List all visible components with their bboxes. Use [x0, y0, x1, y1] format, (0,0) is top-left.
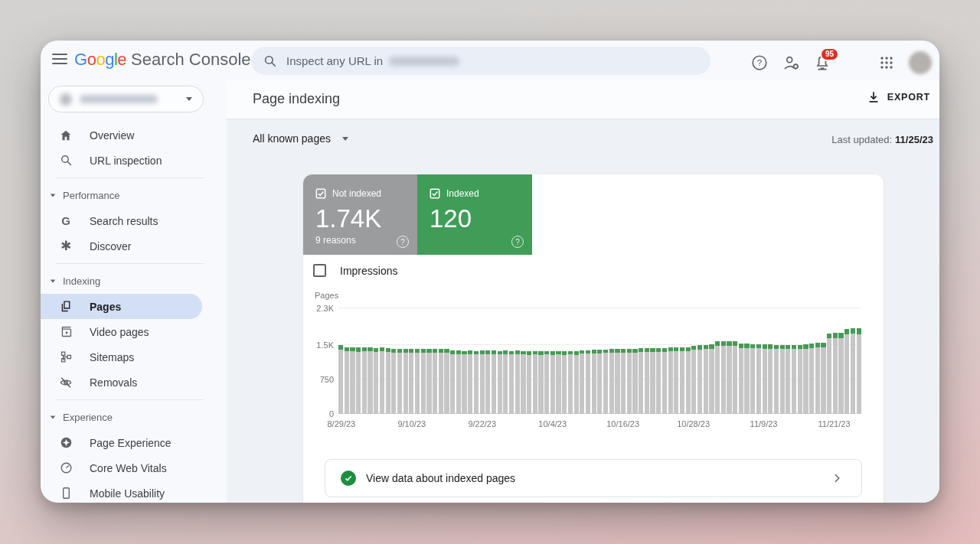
chart-bar[interactable]: [391, 349, 396, 414]
manage-users-icon[interactable]: [782, 54, 800, 72]
chart-bar[interactable]: [498, 351, 502, 415]
chart-bar[interactable]: [380, 347, 384, 414]
chart-bar[interactable]: [645, 348, 649, 414]
section-performance[interactable]: Performance: [41, 183, 227, 208]
chart-bar[interactable]: [650, 348, 655, 414]
chart-bar[interactable]: [727, 341, 731, 414]
chart-bar[interactable]: [386, 348, 390, 414]
chart-bar[interactable]: [462, 351, 466, 415]
chart-bar[interactable]: [709, 344, 714, 414]
url-inspect-search-input[interactable]: Inspect any URL in: [251, 47, 710, 75]
chart-bar[interactable]: [639, 348, 643, 414]
chart-bar[interactable]: [715, 341, 720, 414]
chart-bar[interactable]: [562, 351, 567, 414]
avatar[interactable]: [909, 51, 932, 74]
help-icon[interactable]: ?: [750, 54, 769, 72]
section-experience[interactable]: Experience: [41, 405, 227, 430]
notifications-bell-icon[interactable]: 95: [813, 54, 831, 72]
chart-bar[interactable]: [803, 344, 808, 414]
chart-bar[interactable]: [662, 348, 667, 414]
chart-bar[interactable]: [368, 347, 372, 414]
chart-bar[interactable]: [838, 333, 843, 414]
property-selector[interactable]: [48, 86, 204, 112]
chart-bar[interactable]: [521, 351, 525, 415]
chart-bar[interactable]: [597, 350, 602, 414]
chart-bar[interactable]: [603, 350, 608, 414]
chart-bar[interactable]: [680, 347, 684, 414]
sidebar-item-page-experience[interactable]: Page Experience: [41, 430, 227, 455]
chart-bar[interactable]: [550, 351, 555, 414]
chart-bar[interactable]: [362, 347, 367, 414]
chart-bar[interactable]: [697, 345, 702, 414]
sidebar-item-removals[interactable]: Removals: [41, 370, 227, 395]
sidebar-item-search-results[interactable]: G Search results: [41, 208, 227, 233]
chart-bar[interactable]: [338, 345, 343, 414]
chart-bar[interactable]: [721, 341, 726, 414]
export-button[interactable]: EXPORT: [867, 90, 930, 104]
sidebar-item-pages[interactable]: Pages: [41, 294, 202, 319]
chart-bar[interactable]: [656, 348, 661, 414]
chart-bar[interactable]: [444, 349, 449, 414]
chart-bar[interactable]: [774, 345, 779, 414]
chart-bar[interactable]: [556, 351, 560, 414]
chart-bar[interactable]: [798, 345, 802, 414]
sidebar-item-video-pages[interactable]: Video pages: [41, 319, 227, 344]
checked-checkbox-icon[interactable]: [430, 188, 440, 199]
chart-bar[interactable]: [474, 351, 479, 414]
chart-bar[interactable]: [704, 345, 708, 414]
chart-bar[interactable]: [468, 350, 472, 414]
help-icon[interactable]: ?: [397, 236, 409, 248]
page-scope-dropdown[interactable]: All known pages: [253, 132, 348, 145]
chart-bar[interactable]: [668, 347, 673, 414]
indexed-card[interactable]: Indexed 120 ?: [417, 174, 532, 255]
chart-bar[interactable]: [750, 344, 755, 414]
chart-bar[interactable]: [509, 351, 514, 414]
impressions-toggle[interactable]: Impressions: [313, 264, 397, 277]
chart-bar[interactable]: [426, 349, 431, 414]
sidebar-item-discover[interactable]: ✱ Discover: [41, 233, 227, 259]
chart-bar[interactable]: [833, 333, 838, 414]
sidebar-item-url-inspection[interactable]: URL inspection: [41, 148, 227, 173]
chart-bar[interactable]: [851, 328, 855, 414]
chart-bar[interactable]: [632, 349, 637, 414]
chart-bar[interactable]: [691, 346, 696, 414]
chart-bar[interactable]: [409, 349, 413, 414]
chart-bar[interactable]: [739, 344, 743, 414]
apps-grid-icon[interactable]: [877, 54, 896, 72]
chart-bar[interactable]: [809, 344, 814, 414]
chart-bar[interactable]: [621, 349, 626, 414]
chart-bar[interactable]: [780, 345, 785, 414]
chart-bar[interactable]: [439, 349, 443, 414]
checked-checkbox-icon[interactable]: [315, 188, 326, 199]
chart-bar[interactable]: [827, 334, 831, 414]
chart-bar[interactable]: [763, 344, 767, 414]
unchecked-checkbox-icon[interactable]: [313, 264, 326, 277]
chart-bar[interactable]: [574, 351, 579, 414]
chart-bar[interactable]: [450, 350, 455, 414]
chart-bar[interactable]: [786, 345, 790, 414]
chart-bar[interactable]: [544, 351, 549, 414]
chart-bar[interactable]: [485, 350, 490, 414]
menu-hamburger-icon[interactable]: [52, 54, 67, 67]
chart-bar[interactable]: [345, 347, 349, 414]
chart-bar[interactable]: [568, 351, 573, 414]
chart-bar[interactable]: [515, 350, 520, 414]
chart-bar[interactable]: [403, 349, 408, 414]
chart-bar[interactable]: [350, 347, 354, 414]
section-indexing[interactable]: Indexing: [41, 269, 227, 294]
sidebar-item-overview[interactable]: Overview: [41, 122, 227, 148]
chart-bar[interactable]: [609, 349, 614, 414]
chart-bar[interactable]: [397, 349, 402, 414]
sidebar-item-mobile-usability[interactable]: Mobile Usability: [41, 480, 227, 503]
chart-bar[interactable]: [527, 351, 531, 414]
chart-bar[interactable]: [733, 341, 737, 414]
chart-bar[interactable]: [857, 328, 861, 414]
chart-bar[interactable]: [586, 350, 590, 415]
chart-bar[interactable]: [844, 329, 849, 414]
chart-bar[interactable]: [415, 349, 420, 414]
chart-bar[interactable]: [480, 350, 485, 414]
chart-bar[interactable]: [580, 350, 584, 414]
not-indexed-card[interactable]: Not indexed 1.74K 9 reasons ?: [303, 174, 417, 255]
chart-bar[interactable]: [744, 344, 749, 414]
chart-bar[interactable]: [433, 349, 437, 414]
